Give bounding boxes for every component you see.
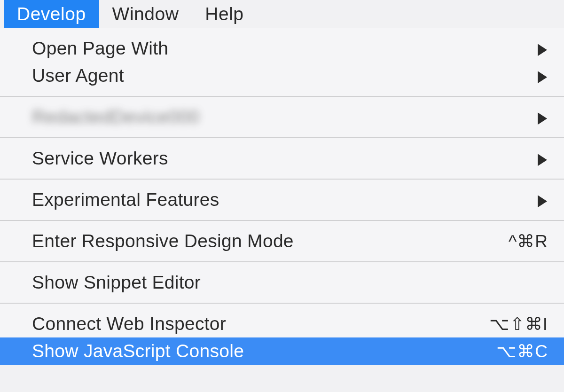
submenu-arrow-icon: ▶ (538, 190, 548, 209)
menu-item-show-snippet-editor[interactable]: Show Snippet Editor (0, 269, 564, 296)
keyboard-shortcut: ⌥⇧⌘I (489, 314, 548, 334)
menubar-label: Help (205, 4, 243, 24)
menu-item-label: Enter Responsive Design Mode (32, 231, 509, 251)
submenu-arrow-icon: ▶ (538, 108, 548, 126)
menu-item-redacted-device[interactable]: RedactedDevice000 ▶ (0, 103, 564, 131)
dropdown-section: Service Workers ▶ (0, 138, 564, 180)
develop-dropdown: Open Page With ▶ User Agent ▶ RedactedDe… (0, 28, 564, 365)
dropdown-section: Connect Web Inspector ⌥⇧⌘I Show JavaScri… (0, 304, 564, 365)
keyboard-shortcut: ^⌘R (509, 231, 548, 251)
menu-item-label: Show JavaScript Console (32, 341, 496, 361)
menu-item-user-agent[interactable]: User Agent ▶ (0, 62, 564, 89)
menu-item-service-workers[interactable]: Service Workers ▶ (0, 145, 564, 172)
menubar-item-develop[interactable]: Develop (4, 0, 99, 28)
menubar-item-window[interactable]: Window (99, 0, 192, 28)
menu-item-label: RedactedDevice000 (32, 107, 199, 127)
submenu-arrow-icon: ▶ (538, 66, 548, 85)
menubar: Develop Window Help (0, 0, 564, 28)
menu-item-label: Service Workers (32, 148, 538, 169)
menu-item-connect-web-inspector[interactable]: Connect Web Inspector ⌥⇧⌘I (0, 310, 564, 337)
dropdown-section: Show Snippet Editor (0, 262, 564, 304)
menu-item-open-page-with[interactable]: Open Page With ▶ (0, 35, 564, 62)
submenu-arrow-icon: ▶ (538, 149, 548, 168)
menu-item-label: User Agent (32, 65, 538, 86)
menu-item-show-javascript-console[interactable]: Show JavaScript Console ⌥⌘C (0, 337, 564, 365)
menubar-label: Develop (17, 4, 86, 24)
submenu-arrow-icon: ▶ (538, 39, 548, 58)
menu-item-label: Show Snippet Editor (32, 272, 548, 293)
dropdown-section: Experimental Features ▶ (0, 180, 564, 221)
menu-item-label: Connect Web Inspector (32, 314, 489, 334)
menubar-item-help[interactable]: Help (192, 0, 257, 28)
menubar-label: Window (112, 4, 179, 24)
menu-item-label: Open Page With (32, 38, 538, 59)
menu-item-experimental-features[interactable]: Experimental Features ▶ (0, 186, 564, 213)
keyboard-shortcut: ⌥⌘C (496, 341, 548, 361)
dropdown-section: Open Page With ▶ User Agent ▶ (0, 28, 564, 97)
menu-item-label: Experimental Features (32, 189, 538, 210)
dropdown-section: Enter Responsive Design Mode ^⌘R (0, 221, 564, 262)
dropdown-section: RedactedDevice000 ▶ (0, 97, 564, 138)
menu-item-enter-responsive-design-mode[interactable]: Enter Responsive Design Mode ^⌘R (0, 227, 564, 255)
